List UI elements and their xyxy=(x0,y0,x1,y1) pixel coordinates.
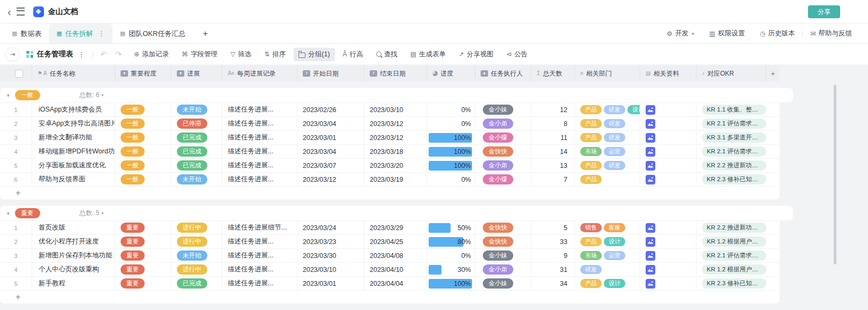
importance-cell[interactable]: 重要 xyxy=(115,249,171,262)
weekly-note-cell[interactable]: 描述任务进展细节... xyxy=(222,221,297,234)
importance-cell[interactable]: 一般 xyxy=(115,173,171,186)
task-name-cell[interactable]: iOSApp支持续费会员 xyxy=(32,103,115,116)
importance-cell[interactable]: 一般 xyxy=(115,103,171,116)
task-name-cell[interactable]: 新手教程 xyxy=(32,277,115,290)
toolbar-button[interactable]: ⊲公告 xyxy=(502,48,533,61)
progress-cell[interactable]: 0% xyxy=(427,117,475,130)
row-number[interactable]: 5 xyxy=(0,159,32,172)
depts-cell[interactable]: 研发 xyxy=(575,263,640,276)
depts-cell[interactable]: 产品研发 xyxy=(575,117,640,130)
progress-cell[interactable]: 0% xyxy=(427,249,475,262)
row-number[interactable]: 1 xyxy=(0,221,32,234)
task-name-cell[interactable]: 新增全文翻译功能 xyxy=(32,131,115,144)
executor-cell[interactable]: 金小弟 xyxy=(475,159,532,172)
importance-cell[interactable]: 重要 xyxy=(115,277,171,290)
days-cell[interactable]: 33 xyxy=(532,235,575,248)
end-date-cell[interactable]: 2023/04/25 xyxy=(364,235,427,248)
sheet-more-icon[interactable]: ⋮ xyxy=(78,50,85,58)
days-cell[interactable]: 9 xyxy=(532,249,575,262)
image-thumbnail-icon[interactable] xyxy=(646,279,655,289)
depts-cell[interactable]: 产品 xyxy=(575,173,640,186)
executor-cell[interactable]: 金小獴 xyxy=(475,173,532,186)
toolbar-button[interactable]: ▽筛选 xyxy=(226,48,256,61)
okr-cell[interactable]: KR 1.2 根据用户反馈... xyxy=(697,235,766,248)
materials-cell[interactable] xyxy=(640,235,697,248)
weekly-note-cell[interactable]: 描述任务进展... xyxy=(222,277,297,290)
column-header[interactable]: A≡每周进展记录 xyxy=(222,65,297,82)
group-collapse-arrow-icon[interactable]: ▾ xyxy=(7,93,10,98)
sheet-tab[interactable]: ▦团队OKR任务汇总 xyxy=(113,24,193,43)
materials-cell[interactable] xyxy=(640,249,697,262)
weekly-note-cell[interactable]: 描述任务进展... xyxy=(222,249,297,262)
progress-cell[interactable]: 100% xyxy=(427,159,475,172)
end-date-cell[interactable]: 2023/04/04 xyxy=(364,277,427,290)
toolbar-button[interactable]: ⇅排序 xyxy=(259,48,290,61)
image-thumbnail-icon[interactable] xyxy=(646,223,655,233)
toolbar-button[interactable]: ▤生成表单 xyxy=(406,48,451,61)
status-cell[interactable]: 未开始 xyxy=(171,249,222,262)
column-header[interactable]: 进度 xyxy=(427,65,475,82)
status-cell[interactable]: 进行中 xyxy=(171,235,222,248)
status-cell[interactable]: 未开始 xyxy=(171,173,222,186)
start-date-cell[interactable]: 2023/03/01 xyxy=(297,131,364,144)
start-date-cell[interactable]: 2023/03/30 xyxy=(297,249,364,262)
executor-cell[interactable]: 金小妹 xyxy=(475,249,532,262)
add-row-button[interactable]: + xyxy=(0,291,780,304)
start-date-cell[interactable]: 2023/02/26 xyxy=(297,103,364,116)
executor-cell[interactable]: 金小弟 xyxy=(475,263,532,276)
end-date-cell[interactable]: 2023/04/10 xyxy=(364,263,427,276)
toolbar-button[interactable]: Ā行高 xyxy=(338,48,368,61)
okr-cell[interactable]: KR 2.2 推进新功能研发 xyxy=(697,159,766,172)
status-cell[interactable]: 已停滞 xyxy=(171,117,222,130)
status-cell[interactable]: 已完成 xyxy=(171,159,222,172)
end-date-cell[interactable]: 2023/03/10 xyxy=(364,103,427,116)
image-thumbnail-icon[interactable] xyxy=(646,161,655,171)
depts-cell[interactable]: 销售客服 xyxy=(575,221,640,234)
add-row-button[interactable]: + xyxy=(0,187,780,200)
depts-cell[interactable]: 产品设计 xyxy=(575,277,640,290)
days-cell[interactable]: 8 xyxy=(532,117,575,130)
materials-cell[interactable] xyxy=(640,159,697,172)
materials-cell[interactable] xyxy=(640,173,697,186)
importance-cell[interactable]: 一般 xyxy=(115,131,171,144)
weekly-note-cell[interactable]: 描述任务进展... xyxy=(222,173,297,186)
end-date-cell[interactable]: 2023/03/29 xyxy=(364,221,427,234)
progress-cell[interactable]: 50% xyxy=(427,221,475,234)
status-cell[interactable]: 已完成 xyxy=(171,145,222,158)
weekly-note-cell[interactable]: 描述任务进展... xyxy=(222,145,297,158)
importance-cell[interactable]: 重要 xyxy=(115,235,171,248)
row-number[interactable]: 2 xyxy=(0,235,32,248)
start-date-cell[interactable]: 2023/03/10 xyxy=(297,263,364,276)
okr-cell[interactable]: KR 2.3 修补已知功能... xyxy=(697,173,766,186)
redo-icon[interactable]: ↷ xyxy=(115,50,122,58)
progress-cell[interactable]: 30% xyxy=(427,263,475,276)
add-column-button[interactable]: + xyxy=(766,65,780,82)
start-date-cell[interactable]: 2023/03/23 xyxy=(297,235,364,248)
materials-cell[interactable] xyxy=(640,131,697,144)
column-header[interactable]: 7开始日期 xyxy=(297,65,364,82)
vertical-scrollbar-thumb[interactable] xyxy=(834,85,836,264)
weekly-note-cell[interactable]: 描述任务进展... xyxy=(222,263,297,276)
materials-cell[interactable] xyxy=(640,277,697,290)
start-date-cell[interactable]: 2023/03/04 xyxy=(297,145,364,158)
feedback-action-button[interactable]: ✉帮助与反馈 xyxy=(803,29,859,38)
importance-cell[interactable]: 重要 xyxy=(115,263,171,276)
column-header[interactable]: ≡相关部门 xyxy=(575,65,640,82)
add-sheet-button[interactable]: + xyxy=(193,24,217,43)
executor-cell[interactable]: 金小妹 xyxy=(475,277,532,290)
column-header[interactable]: ●任务执行人 xyxy=(475,65,532,82)
end-date-cell[interactable]: 2023/03/12 xyxy=(364,117,427,130)
task-name-cell[interactable]: 首页改版 xyxy=(32,221,115,234)
column-header[interactable]: ⚑A任务名称 xyxy=(32,65,115,82)
okr-cell[interactable]: KR 1.1 收集、整合用... xyxy=(697,103,766,116)
row-number[interactable]: 1 xyxy=(0,103,32,116)
okr-cell[interactable]: KR 2.1 评估需求并细... xyxy=(697,117,766,130)
task-name-cell[interactable]: 个人中心页改版重构 xyxy=(32,263,115,276)
importance-cell[interactable]: 一般 xyxy=(115,159,171,172)
executor-cell[interactable]: 金快快 xyxy=(475,221,532,234)
expand-sidebar-button[interactable]: ⇥ xyxy=(5,47,20,62)
clock-action-button[interactable]: ◷历史版本 xyxy=(752,29,802,38)
start-date-cell[interactable]: 2023/03/24 xyxy=(297,221,364,234)
materials-cell[interactable] xyxy=(640,103,697,116)
days-cell[interactable]: 11 xyxy=(532,131,575,144)
